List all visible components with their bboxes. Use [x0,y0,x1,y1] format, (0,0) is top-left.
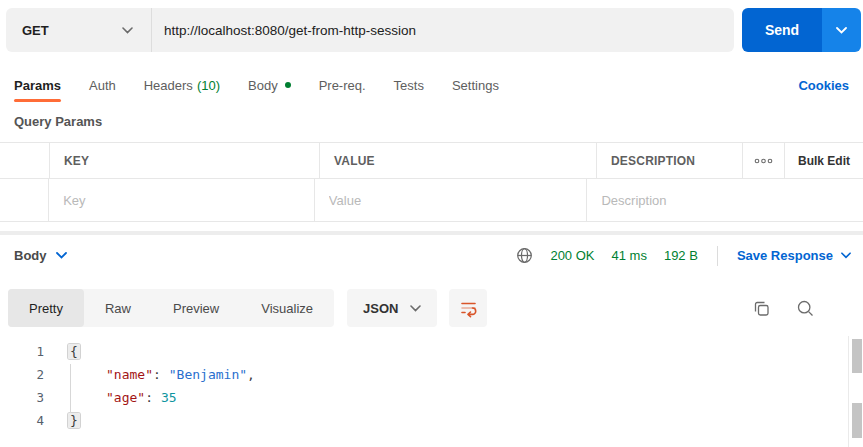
tab-label: Pre-req. [319,78,366,93]
tab-label: Body [248,78,278,93]
body-modified-dot [285,82,291,88]
tab-settings[interactable]: Settings [452,78,499,93]
column-header-key: KEY [64,154,89,168]
tab-label: Tests [394,78,424,93]
line-number: 3 [0,386,44,409]
view-tab-pretty[interactable]: Pretty [8,289,84,327]
line-number: 2 [0,363,44,386]
param-value-input[interactable] [329,193,573,208]
column-header-description: DESCRIPTION [611,154,695,168]
json-number-value: 35 [161,390,177,405]
send-button[interactable]: Send [742,8,822,52]
url-input[interactable] [152,8,734,52]
network-globe-icon[interactable] [516,247,533,264]
save-response-label: Save Response [737,248,833,263]
tab-body[interactable]: Body [248,78,291,93]
copy-response-button[interactable] [752,299,771,318]
send-split-button: Send [742,8,861,52]
code-line: 3 "age":35 [0,386,863,409]
tab-label: Params [14,78,61,93]
response-size: 192 B [664,248,698,263]
view-tab-raw[interactable]: Raw [84,289,152,327]
status-badge: 200 OK [550,248,594,263]
chevron-down-icon [841,252,851,259]
tab-headers[interactable]: Headers (10) [144,78,220,93]
request-tabs: Params Auth Headers (10) Body Pre-req. T… [0,73,863,97]
method-label: GET [22,23,49,38]
send-options-button[interactable] [822,8,861,52]
more-options-button[interactable] [743,143,785,178]
json-key: "name" [106,367,153,382]
line-number: 4 [0,409,44,432]
tab-label: Auth [89,78,116,93]
tab-label: Settings [452,78,499,93]
param-key-input[interactable] [63,193,300,208]
json-string-value: "Benjamin" [169,367,247,382]
response-time: 41 ms [612,248,647,263]
select-all-column [0,143,50,178]
code-line: 4 } [0,409,863,432]
row-select-column [0,179,49,221]
response-view-switcher: Pretty Raw Preview Visualize [8,289,334,327]
save-response-button[interactable]: Save Response [737,248,851,263]
query-param-row [0,179,863,222]
search-icon [796,299,815,318]
close-brace: } [68,413,80,428]
url-bar: GET Send [0,0,863,52]
chevron-down-icon [122,27,133,34]
scrollbar-track [848,336,849,447]
wrap-text-button[interactable] [449,289,487,327]
indent-guide [70,364,71,413]
response-body-select[interactable]: Body [14,248,67,263]
response-toolbar: Pretty Raw Preview Visualize JSON [0,289,863,327]
format-label: JSON [363,301,398,316]
scrollbar-thumb[interactable] [852,339,862,373]
response-header: Body 200 OK 41 ms 192 B Save Response [0,235,863,276]
column-header-value: VALUE [334,154,375,168]
active-tab-underline [14,99,61,102]
chevron-down-icon [836,27,847,34]
tab-tests[interactable]: Tests [394,78,424,93]
view-tab-preview[interactable]: Preview [152,289,240,327]
json-colon: : [145,390,153,405]
open-brace: { [68,344,80,359]
line-number: 1 [0,340,44,363]
more-options-icon [754,158,773,164]
code-line: 2 "name":"Benjamin", [0,363,863,386]
query-params-header-row: KEY VALUE DESCRIPTION Bulk Edit [0,142,863,179]
json-colon: : [153,367,161,382]
cookies-link[interactable]: Cookies [798,78,849,93]
query-params-table: KEY VALUE DESCRIPTION Bulk Edit [0,142,863,222]
scrollbar-thumb[interactable] [852,403,862,438]
param-description-input[interactable] [601,193,849,208]
json-comma: , [247,367,255,382]
view-tab-visualize[interactable]: Visualize [240,289,334,327]
tab-auth[interactable]: Auth [89,78,116,93]
json-key: "age" [106,390,145,405]
query-params-title: Query Params [0,114,863,129]
code-line: 1 { [0,340,863,363]
response-meta: 200 OK 41 ms 192 B Save Response [516,246,851,266]
divider [717,246,718,266]
url-container: GET [6,8,734,52]
tab-pre-req[interactable]: Pre-req. [319,78,366,93]
wrap-text-icon [459,299,478,318]
format-select[interactable]: JSON [347,289,437,327]
response-actions [752,299,851,318]
search-response-button[interactable] [796,299,815,318]
response-body-editor[interactable]: 1 { 2 "name":"Benjamin", 3 "age":35 4 } [0,336,863,447]
tab-params[interactable]: Params [14,78,61,93]
bulk-edit-button[interactable]: Bulk Edit [785,143,863,178]
chevron-down-icon [410,305,421,312]
method-select[interactable]: GET [6,8,152,52]
copy-icon [752,299,771,318]
response-body-label: Body [14,248,47,263]
postman-request-view: GET Send Params Auth Headers [0,0,863,447]
tab-label: Headers [144,78,193,93]
headers-count-badge: (10) [197,78,220,93]
chevron-down-icon [56,252,67,259]
